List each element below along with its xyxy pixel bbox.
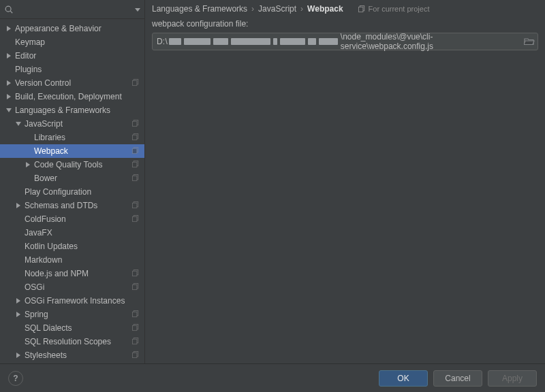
arrow-spacer [15, 257, 22, 263]
svg-point-0 [5, 6, 11, 12]
cancel-button[interactable]: Cancel [433, 370, 482, 387]
arrow-spacer [15, 243, 22, 250]
svg-rect-24 [132, 203, 136, 208]
tree-item[interactable]: Kotlin Updates [0, 240, 144, 253]
arrow-right-icon[interactable] [15, 311, 22, 318]
ok-button[interactable]: OK [379, 370, 428, 387]
path-prefix: D:\ [157, 37, 168, 46]
arrow-spacer [15, 270, 22, 277]
tree-item[interactable]: OSGi [0, 280, 144, 294]
svg-rect-38 [132, 339, 136, 344]
tree-item-label: Markdown [25, 255, 140, 265]
tree-item[interactable]: Stylesheets [0, 348, 144, 362]
arrow-spacer [15, 284, 22, 291]
tree-item-label: Node.js and NPM [25, 269, 132, 278]
tree-item[interactable]: Node.js and NPM [0, 267, 144, 280]
tree-item[interactable]: Appearance & Behavior [0, 22, 144, 35]
tree-item[interactable]: SQL Dialects [0, 321, 144, 335]
arrow-right-icon[interactable] [5, 25, 12, 32]
redacted-segment [280, 38, 306, 45]
tree-item[interactable]: OSGi Framework Instances [0, 294, 144, 308]
chevron-down-icon[interactable] [135, 5, 140, 14]
arrow-right-icon[interactable] [5, 52, 12, 59]
tree-item[interactable]: Build, Execution, Deployment [0, 90, 144, 103]
tree-item[interactable]: Code Quality Tools [0, 158, 144, 172]
tree-item[interactable]: Play Configuration [0, 185, 144, 199]
tree-item[interactable]: Webpack [0, 144, 144, 158]
svg-rect-28 [132, 271, 136, 276]
tree-item[interactable]: Editor [0, 49, 144, 63]
arrow-right-icon[interactable] [25, 161, 31, 168]
arrow-right-icon[interactable] [5, 93, 12, 100]
tree-item-label: Libraries [34, 133, 132, 142]
svg-marker-2 [135, 8, 140, 12]
arrow-down-icon[interactable] [5, 107, 12, 114]
svg-rect-16 [132, 148, 136, 153]
svg-marker-17 [26, 162, 30, 167]
settings-search-row [0, 0, 144, 19]
copy-icon [132, 120, 140, 128]
redacted-segment [184, 38, 211, 45]
config-file-input[interactable]: D:\ \node_modules\@vue\cli-service\webpa… [152, 33, 538, 50]
tree-item-label: Webpack [34, 146, 132, 156]
chevron-right-icon: › [300, 4, 303, 14]
arrow-down-icon[interactable] [15, 120, 22, 127]
tree-item-label: Languages & Frameworks [15, 105, 140, 115]
tree-item[interactable]: Version Control [0, 76, 144, 90]
arrow-right-icon[interactable] [15, 352, 22, 359]
tree-item[interactable]: Keymap [0, 35, 144, 49]
tree-item[interactable]: Bower [0, 172, 144, 185]
tree-item[interactable]: JavaScript [0, 117, 144, 131]
redacted-segment [213, 38, 228, 45]
svg-marker-3 [7, 26, 11, 31]
svg-marker-4 [7, 53, 11, 59]
arrow-spacer [15, 189, 22, 195]
breadcrumb: Languages & Frameworks › JavaScript › We… [145, 0, 545, 18]
tree-item[interactable]: Spring [0, 308, 144, 321]
svg-rect-43 [358, 7, 362, 12]
tree-item[interactable]: Schemas and DTDs [0, 199, 144, 212]
arrow-right-icon[interactable] [5, 80, 12, 86]
tree-item[interactable]: JavaFX [0, 226, 144, 240]
copy-icon [132, 161, 140, 169]
tree-item[interactable]: ColdFusion [0, 212, 144, 226]
tree-item-label: Kotlin Updates [25, 242, 140, 251]
breadcrumb-item[interactable]: Languages & Frameworks [152, 4, 247, 14]
svg-rect-41 [132, 353, 136, 357]
copy-icon [132, 201, 140, 210]
tree-item[interactable]: Markdown [0, 253, 144, 267]
tree-item-label: Plugins [15, 65, 140, 74]
svg-rect-36 [132, 325, 136, 330]
apply-button[interactable]: Apply [488, 370, 537, 387]
tree-item-label: Play Configuration [25, 187, 140, 197]
tree-item[interactable]: Plugins [0, 63, 144, 76]
copy-icon [132, 324, 140, 332]
tree-item-label: Schemas and DTDs [25, 201, 132, 210]
tree-item-label: SQL Dialects [25, 323, 132, 333]
copy-icon [132, 147, 140, 155]
arrow-spacer [15, 229, 22, 236]
svg-marker-9 [6, 108, 12, 112]
tree-item-label: SQL Resolution Scopes [25, 337, 132, 346]
breadcrumb-item-current: Webpack [307, 4, 343, 14]
arrow-spacer [15, 338, 22, 345]
arrow-right-icon[interactable] [15, 297, 22, 304]
tree-item-label: ColdFusion [25, 214, 132, 224]
breadcrumb-item[interactable]: JavaScript [258, 4, 296, 14]
svg-marker-10 [16, 122, 21, 126]
tree-item-label: Appearance & Behavior [15, 24, 140, 33]
arrow-spacer [5, 39, 12, 46]
folder-open-icon[interactable] [524, 37, 535, 46]
settings-search-input[interactable] [16, 5, 134, 14]
tree-item[interactable]: Libraries [0, 131, 144, 144]
svg-marker-32 [16, 312, 20, 317]
chevron-right-icon: › [251, 4, 254, 14]
help-button[interactable]: ? [8, 371, 23, 386]
redacted-segment [169, 38, 181, 45]
tree-item[interactable]: SQL Resolution Scopes [0, 335, 144, 348]
arrow-spacer [25, 134, 31, 141]
arrow-right-icon[interactable] [15, 202, 22, 209]
settings-tree[interactable]: Appearance & BehaviorKeymapEditorPlugins… [0, 19, 144, 363]
tree-item[interactable]: Languages & Frameworks [0, 103, 144, 117]
arrow-spacer [15, 216, 22, 223]
